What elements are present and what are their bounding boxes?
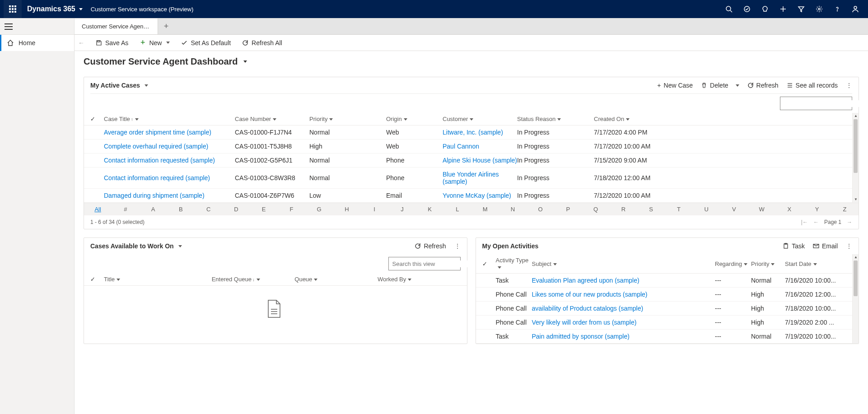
col-start-date[interactable]: Start Date [785,260,846,267]
subject-link[interactable]: Likes some of our new products (sample) [532,291,648,298]
col-worked-by[interactable]: Worked By [378,276,461,283]
alpha-filter[interactable]: All [84,203,112,215]
customer-link[interactable]: Alpine Ski House (sample) [443,157,517,164]
alpha-filter[interactable]: E [250,203,278,215]
pager-first-button[interactable]: |← [801,219,808,225]
pager-prev-button[interactable]: ← [813,219,819,225]
search-box[interactable] [780,97,852,110]
alpha-filter[interactable]: G [305,203,333,215]
select-all-checkbox[interactable]: ✓ [90,276,104,283]
pager-next-button[interactable]: → [847,219,852,225]
table-row[interactable]: Phone CallLikes some of our new products… [476,288,853,302]
search-box[interactable] [388,257,461,270]
table-row[interactable]: TaskEvaluation Plan agreed upon (sample)… [476,274,853,288]
tab-active[interactable]: Customer Service Agent Dash... [75,19,158,34]
alpha-filter[interactable]: O [527,203,554,215]
new-button[interactable]: + New [136,37,173,48]
col-case-number[interactable]: Case Number [235,116,309,122]
alpha-filter[interactable]: F [278,203,305,215]
customer-link[interactable]: Litware, Inc. (sample) [443,129,503,136]
save-as-button[interactable]: Save As [93,37,131,48]
customer-link[interactable]: Paul Cannon [443,143,479,150]
alpha-filter[interactable]: B [167,203,195,215]
scrollbar[interactable]: ▲ [852,254,859,344]
help-icon[interactable] [828,0,846,18]
alpha-filter[interactable]: S [637,203,665,215]
search-icon[interactable] [720,0,738,18]
new-email-button[interactable]: Email [813,242,838,250]
alpha-filter[interactable]: H [333,203,360,215]
col-activity-type[interactable]: Activity Type [496,257,532,270]
chevron-down-icon[interactable] [736,84,739,87]
alpha-filter[interactable]: C [195,203,222,215]
alpha-filter[interactable]: L [443,203,471,215]
refresh-button[interactable]: Refresh [415,242,446,250]
case-title-link[interactable]: Contact information requested (sample) [104,157,215,164]
chevron-down-icon[interactable] [166,42,170,44]
alpha-filter[interactable]: I [361,203,388,215]
new-task-button[interactable]: Task [783,242,805,250]
col-customer[interactable]: Customer [443,116,517,122]
alpha-filter[interactable]: X [775,203,803,215]
hamburger-menu-button[interactable] [5,23,13,30]
see-all-records-button[interactable]: See all records [787,82,838,89]
alpha-filter[interactable]: D [222,203,250,215]
subject-link[interactable]: Very likely will order from us (sample) [532,319,637,326]
alpha-filter[interactable]: J [388,203,416,215]
dashboard-title[interactable]: Customer Service Agent Dashboard [84,56,859,67]
col-queue[interactable]: Queue [294,276,378,283]
alpha-filter[interactable]: Y [803,203,831,215]
table-row[interactable]: Phone Callavailability of Product catalo… [476,302,853,316]
customer-link[interactable]: Blue Yonder Airlines (sample) [443,171,499,185]
alpha-filter[interactable]: V [720,203,748,215]
alpha-filter[interactable]: Q [582,203,610,215]
search-input[interactable] [784,100,860,107]
new-case-button[interactable]: + New Case [657,82,693,89]
alpha-filter[interactable]: R [610,203,637,215]
alpha-filter[interactable]: # [112,203,139,215]
card-title-active-cases[interactable]: My Active Cases [90,82,148,89]
table-row[interactable]: Contact information requested (sample)CA… [84,154,852,167]
alpha-filter[interactable]: W [748,203,775,215]
col-entered-queue[interactable]: Entered Queue↓ [212,276,295,283]
case-title-link[interactable]: Complete overhaul required (sample) [104,143,208,150]
search-input[interactable] [392,260,468,267]
case-title-link[interactable]: Contact information required (sample) [104,174,210,181]
nav-home[interactable]: Home [0,35,74,51]
table-row[interactable]: Phone CallVery likely will order from us… [476,316,853,330]
alpha-filter[interactable]: K [416,203,443,215]
case-title-link[interactable]: Average order shipment time (sample) [104,129,211,136]
alpha-filter[interactable]: T [665,203,692,215]
alpha-filter[interactable]: N [499,203,527,215]
col-title[interactable]: Title [104,276,212,283]
table-row[interactable]: TaskPain admitted by sponsor (sample)---… [476,330,853,344]
col-status[interactable]: Status Reason [517,116,594,122]
subject-link[interactable]: Evaluation Plan agreed upon (sample) [532,277,639,284]
more-commands-button[interactable]: ⋮ [846,242,852,250]
task-flows-icon[interactable] [738,0,756,18]
delete-button[interactable]: Delete [701,82,739,89]
card-title-cases-available[interactable]: Cases Available to Work On [90,242,182,250]
refresh-all-button[interactable]: Refresh All [239,37,285,48]
col-priority[interactable]: Priority [309,116,386,122]
col-created[interactable]: Created On [594,116,846,122]
add-icon[interactable] [774,0,792,18]
filter-icon[interactable] [792,0,810,18]
chevron-down-icon[interactable] [79,8,83,10]
back-button[interactable]: ← [78,39,87,47]
app-launcher-button[interactable] [4,0,22,18]
more-commands-button[interactable]: ⋮ [846,82,852,89]
case-title-link[interactable]: Damaged during shipment (sample) [104,192,205,199]
alpha-filter[interactable]: P [554,203,582,215]
alpha-filter[interactable]: M [471,203,499,215]
subject-link[interactable]: availability of Product catalogs (sample… [532,305,644,312]
refresh-button[interactable]: Refresh [747,82,779,89]
col-case-title[interactable]: Case Title↑ [104,116,235,122]
alpha-filter[interactable]: A [140,203,167,215]
table-row[interactable]: Complete overhaul required (sample)CAS-0… [84,140,852,154]
table-row[interactable]: Contact information required (sample)CAS… [84,167,852,189]
app-name[interactable]: Dynamics 365 [27,5,75,13]
col-subject[interactable]: Subject [532,260,715,267]
settings-icon[interactable] [810,0,828,18]
col-priority[interactable]: Priority [751,260,785,267]
